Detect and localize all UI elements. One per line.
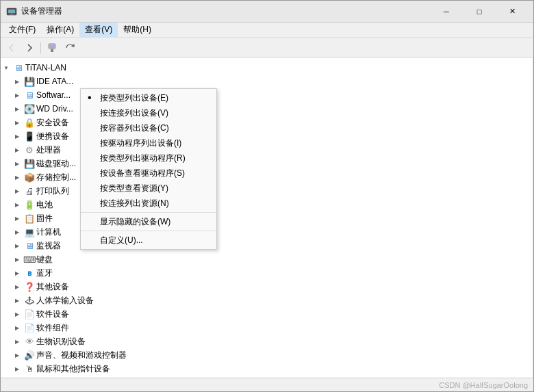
- mouse-icon: 🖱: [24, 363, 35, 374]
- tree-item-bluetooth[interactable]: ▶ ʙ 蓝牙: [1, 266, 533, 280]
- tree-label-sound: 声音、视频和游戏控制器: [36, 350, 127, 361]
- device-manager-window: 设备管理器 ─ □ ✕ 文件(F) 操作(A) 查看(V) 帮助(H): [0, 0, 534, 392]
- expand-ide[interactable]: ▶: [12, 76, 23, 87]
- expand-software2[interactable]: ▶: [12, 309, 23, 319]
- tree-label-firmware: 固件: [36, 213, 53, 224]
- expand-computer[interactable]: ▶: [12, 226, 23, 237]
- tree-label-printer: 打印队列: [36, 185, 69, 197]
- diskdrive-icon: 💾: [24, 158, 35, 169]
- tree-item-keyboard[interactable]: ▶ ⌨ 键盘: [1, 252, 533, 266]
- content-area: ▼ 🖥 TiTAN-LAN ▶ 💾 IDE ATA... ▶ 🖥 Softwar…: [1, 58, 533, 378]
- title-bar: 设备管理器 ─ □ ✕: [1, 1, 533, 23]
- toolbar-separator-1: [40, 42, 41, 54]
- forward-button[interactable]: [21, 40, 38, 56]
- portable-icon: 📱: [24, 131, 35, 142]
- view-dropdown-menu: 按类型列出设备(E) 按连接列出设备(V) 按容器列出设备(C) 按驱动程序列出…: [80, 88, 217, 250]
- comp-icon: 💻: [24, 226, 35, 237]
- svg-rect-5: [49, 44, 55, 48]
- bio-icon: 👁: [24, 336, 35, 347]
- tree-label-computer: 计算机: [36, 226, 61, 238]
- monitor-icon: 🖥: [24, 240, 35, 251]
- keyboard-icon: ⌨: [24, 254, 35, 265]
- menu-customize[interactable]: 自定义(U)...: [81, 233, 216, 248]
- expand-bio[interactable]: ▶: [12, 336, 23, 347]
- expand-other[interactable]: ▶: [12, 281, 23, 292]
- menu-file[interactable]: 文件(F): [3, 23, 41, 37]
- tree-item-software2[interactable]: ▶ 📄 软件设备: [1, 307, 533, 321]
- maximize-button[interactable]: □: [463, 2, 495, 21]
- expand-software[interactable]: ▶: [12, 90, 23, 101]
- menu-by-connection[interactable]: 按连接列出设备(V): [81, 105, 216, 120]
- menu-by-driver-device[interactable]: 按驱动程序列出设备(I): [81, 135, 216, 151]
- expand-sound[interactable]: ▶: [12, 350, 23, 361]
- printer-icon: 🖨: [24, 185, 35, 196]
- tree-item-other[interactable]: ▶ ❓ 其他设备: [1, 280, 533, 293]
- expand-monitor[interactable]: ▶: [12, 240, 23, 251]
- software2-icon: 📄: [24, 309, 35, 319]
- expand-diskdrive[interactable]: ▶: [12, 158, 23, 169]
- tree-item-mouse[interactable]: ▶ 🖱 鼠标和其他指针设备: [1, 362, 533, 376]
- firmware-icon: 📋: [24, 213, 35, 224]
- svg-rect-6: [51, 49, 53, 52]
- expand-wddriv[interactable]: ▶: [12, 103, 23, 114]
- menu-action[interactable]: 操作(A): [41, 23, 79, 37]
- bluetooth-icon: ʙ: [24, 267, 35, 278]
- back-button[interactable]: [3, 40, 20, 56]
- tree-label-bluetooth: 蓝牙: [36, 267, 53, 279]
- refresh-button[interactable]: [62, 40, 78, 56]
- tree-label-monitor: 监视器: [36, 240, 61, 252]
- expand-portable[interactable]: ▶: [12, 131, 23, 142]
- tree-label-human: 人体学输入设备: [36, 295, 94, 306]
- tree-item-softcomp[interactable]: ▶ 📄 软件组件: [1, 321, 533, 335]
- human-icon: 🕹: [24, 295, 35, 306]
- softcomp-icon: 📄: [24, 322, 35, 333]
- expand-bluetooth[interactable]: ▶: [12, 267, 23, 278]
- security-icon: 🔒: [24, 117, 35, 128]
- expand-human[interactable]: ▶: [12, 295, 23, 306]
- tree-item-bio[interactable]: ▶ 👁 生物识别设备: [1, 335, 533, 348]
- tree-label-software2: 软件设备: [36, 309, 69, 320]
- expand-mouse[interactable]: ▶: [12, 363, 23, 374]
- menu-help[interactable]: 帮助(H): [118, 23, 157, 37]
- expand-processor[interactable]: ▶: [12, 144, 23, 155]
- tree-item-sound[interactable]: ▶ 🔊 声音、视频和游戏控制器: [1, 348, 533, 362]
- menu-by-container[interactable]: 按容器列出设备(C): [81, 120, 216, 135]
- tree-label-diskdrive: 磁盘驱动...: [36, 158, 76, 170]
- battery-icon: 🔋: [24, 199, 35, 210]
- tree-label-storage: 存储控制...: [36, 172, 76, 183]
- expand-battery[interactable]: ▶: [12, 199, 23, 210]
- window-icon: [6, 6, 17, 17]
- menu-separator-1: [81, 212, 216, 213]
- svg-rect-1: [8, 10, 15, 13]
- expand-security[interactable]: ▶: [12, 117, 23, 128]
- expand-keyboard[interactable]: ▶: [12, 254, 23, 265]
- tree-label-ide: IDE ATA...: [36, 77, 73, 86]
- tree-label-software: Softwar...: [36, 90, 71, 100]
- tree-item-human[interactable]: ▶ 🕹 人体学输入设备: [1, 293, 533, 307]
- menu-by-res-type[interactable]: 按类型查看资源(Y): [81, 181, 216, 196]
- sound-icon: 🔊: [24, 350, 35, 361]
- menu-by-driver-type[interactable]: 按类型列出驱动程序(R): [81, 151, 216, 166]
- expand-root[interactable]: ▼: [1, 62, 12, 73]
- menu-view[interactable]: 查看(V): [79, 23, 118, 37]
- expand-storage[interactable]: ▶: [12, 172, 23, 183]
- storage-icon: 📦: [24, 172, 35, 183]
- status-bar: CSDN @HalfSugarOolong: [1, 378, 533, 391]
- tree-item-ide[interactable]: ▶ 💾 IDE ATA...: [1, 75, 533, 88]
- minimize-button[interactable]: ─: [431, 2, 462, 21]
- tree-label-processor: 处理器: [36, 144, 61, 156]
- menu-by-res-conn[interactable]: 按连接列出资源(N): [81, 196, 216, 211]
- watermark-text: CSDN @HalfSugarOolong: [439, 381, 528, 389]
- tree-label-softcomp: 软件组件: [36, 322, 69, 334]
- tree-root[interactable]: ▼ 🖥 TiTAN-LAN: [1, 61, 533, 75]
- close-button[interactable]: ✕: [496, 2, 528, 21]
- tree-root-label: TiTAN-LAN: [25, 63, 66, 73]
- expand-softcomp[interactable]: ▶: [12, 322, 23, 333]
- expand-printer[interactable]: ▶: [12, 185, 23, 196]
- menu-by-type[interactable]: 按类型列出设备(E): [81, 90, 216, 105]
- menu-by-driver-view[interactable]: 按设备查看驱动程序(S): [81, 166, 216, 181]
- up-button[interactable]: [44, 40, 60, 56]
- expand-firmware[interactable]: ▶: [12, 213, 23, 224]
- processor-icon: ⚙: [24, 144, 35, 155]
- menu-show-hidden[interactable]: 显示隐藏的设备(W): [81, 214, 216, 229]
